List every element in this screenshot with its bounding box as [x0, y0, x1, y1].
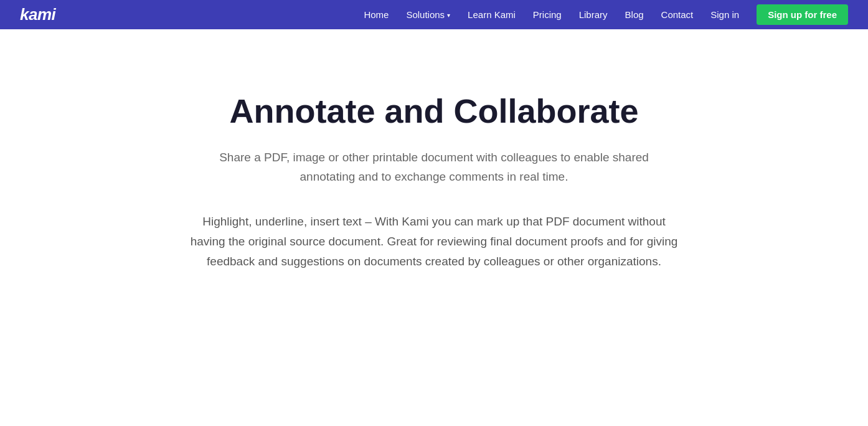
navbar: kami Home Solutions ▾ Learn Kami Pricing…: [0, 0, 868, 29]
nav-home[interactable]: Home: [364, 9, 389, 20]
main-content: Annotate and Collaborate Share a PDF, im…: [0, 29, 868, 322]
nav-library[interactable]: Library: [579, 9, 608, 20]
chevron-down-icon: ▾: [447, 12, 450, 19]
hero-title: Annotate and Collaborate: [229, 92, 638, 130]
hero-subtitle: Share a PDF, image or other printable do…: [204, 148, 664, 187]
signup-button[interactable]: Sign up for free: [757, 4, 848, 25]
nav-contact[interactable]: Contact: [661, 9, 694, 20]
nav-links: Home Solutions ▾ Learn Kami Pricing Libr…: [364, 4, 848, 25]
nav-blog[interactable]: Blog: [625, 9, 644, 20]
nav-learn-kami[interactable]: Learn Kami: [468, 9, 516, 20]
logo[interactable]: kami: [20, 5, 55, 24]
nav-pricing[interactable]: Pricing: [533, 9, 562, 20]
hero-body: Highlight, underline, insert text – With…: [185, 212, 683, 272]
nav-solutions[interactable]: Solutions ▾: [406, 9, 450, 20]
nav-solutions-label: Solutions: [406, 9, 445, 20]
nav-signin[interactable]: Sign in: [710, 9, 739, 20]
